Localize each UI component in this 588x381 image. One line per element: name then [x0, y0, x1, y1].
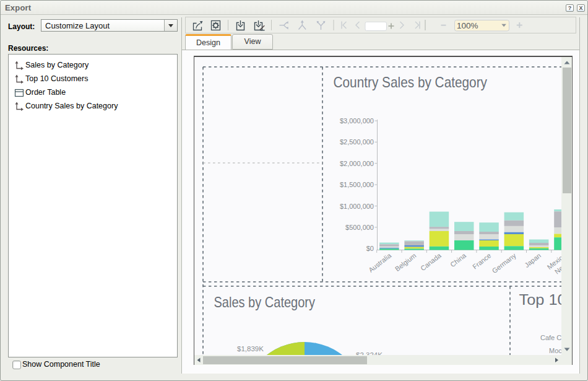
svg-text:Country Sales by Category: Country Sales by Category: [334, 74, 488, 90]
svg-text:Belgium: Belgium: [394, 252, 418, 273]
svg-text:Cafe Cor: Cafe Cor: [540, 334, 561, 341]
svg-text:Japan: Japan: [523, 252, 542, 269]
svg-text:$1,000,000: $1,000,000: [340, 203, 374, 210]
svg-text:100%: 100%: [457, 21, 478, 30]
svg-text:$1,500,000: $1,500,000: [340, 181, 374, 188]
svg-text:$2,500,000: $2,500,000: [340, 138, 374, 146]
svg-text:China: China: [449, 252, 468, 269]
svg-text:Germany: Germany: [491, 252, 517, 275]
svg-text:Mocha: Mocha: [549, 347, 561, 354]
svg-text:Top 10 Customers: Top 10 Customers: [519, 291, 562, 308]
svg-text:$0: $0: [366, 245, 374, 252]
svg-text:$3,000,000: $3,000,000: [340, 117, 374, 125]
svg-text:Sales by Category: Sales by Category: [214, 294, 316, 310]
svg-text:$1,839K: $1,839K: [237, 345, 264, 353]
svg-text:$500,000: $500,000: [345, 224, 374, 231]
svg-text:France: France: [471, 252, 492, 271]
svg-text:Canada: Canada: [419, 252, 443, 273]
svg-text:Australia: Australia: [367, 252, 393, 274]
svg-text:$2,000,000: $2,000,000: [340, 160, 374, 167]
